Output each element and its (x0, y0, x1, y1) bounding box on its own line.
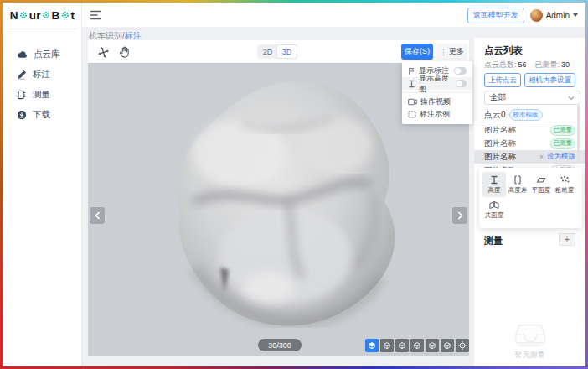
camera-intrinsics-button[interactable]: 相机内参设置 (524, 73, 575, 87)
chevron-right-icon (457, 211, 463, 220)
calibration-template-badge: 校准模版 (509, 109, 543, 121)
cube-icon (412, 340, 422, 351)
toggle-switch-off[interactable] (456, 80, 467, 87)
logo-text-part: B (52, 9, 60, 22)
back-to-model-dev-button[interactable]: 返回模型开发 (467, 8, 524, 23)
add-measure-button[interactable]: + (559, 233, 575, 246)
empty-inbox-icon (514, 321, 546, 348)
sidebar-item-measure[interactable]: 测量 (3, 85, 82, 105)
close-icon[interactable]: × (539, 153, 544, 161)
cube-icon (427, 340, 437, 351)
topbar-right: 返回模型开发 Admin (467, 3, 578, 28)
move-axes-icon (95, 44, 111, 60)
menu-item-operation-video[interactable]: 操作视频 (402, 96, 472, 108)
sidebar-item-download[interactable]: 下载 (3, 105, 82, 125)
view-back-button[interactable] (380, 339, 394, 352)
view-front-button[interactable] (365, 339, 379, 352)
stat-measured: 已测量:30 (535, 60, 570, 70)
toggle-switch-off[interactable] (454, 67, 467, 75)
measure-section-header: 测量 + (474, 232, 585, 249)
more-menu: 显示标注 显示高度图 操作视频 (402, 61, 472, 124)
scrollbar-thumb[interactable] (577, 105, 580, 164)
tool-coplanarity[interactable]: 共面度 (482, 197, 506, 222)
coplanarity-icon (489, 200, 499, 210)
height-difference-icon (513, 175, 522, 184)
pen-icon (17, 70, 27, 80)
menu-item-label: 显示高度图 (419, 73, 452, 95)
divider (8, 29, 76, 29)
pointcloud-name: 点云0 (484, 109, 506, 121)
view-right-button[interactable] (410, 339, 424, 352)
image-list-item-selected[interactable]: 图片名称 × 设为模版 (474, 150, 585, 164)
tool-roughness[interactable]: 粗糙度 (553, 172, 576, 197)
move-tool-button[interactable] (96, 45, 110, 59)
download-icon (17, 110, 27, 120)
tool-flatness[interactable]: 平面度 (529, 172, 553, 197)
logo: NurBt (3, 3, 82, 28)
menu-item-annotation-example[interactable]: 标注示例 (402, 108, 472, 121)
chevron-down-icon (573, 13, 578, 17)
prev-image-button[interactable] (90, 207, 105, 224)
tool-label: 高度 (488, 186, 501, 195)
video-icon (408, 98, 417, 106)
breadcrumb-current: 标注 (125, 31, 142, 40)
roughness-icon (560, 175, 570, 184)
tool-icons (96, 45, 131, 59)
breadcrumb-parent[interactable]: 机车识别 (89, 31, 122, 40)
pointcloud-panel: 点云列表 点云总数:56 已测量:30 上传点云 相机内参设置 全部 点云0 校… (474, 38, 585, 366)
image-list-item[interactable]: 图片名称 已测量 (474, 123, 585, 137)
save-button[interactable]: 保存(S) (401, 44, 433, 60)
cloud-icon (17, 50, 28, 59)
upload-pointcloud-button[interactable]: 上传点云 (484, 73, 521, 87)
example-frame-icon (408, 111, 416, 118)
set-as-template-action[interactable]: 设为模版 (547, 152, 575, 162)
view-left-button[interactable] (395, 339, 409, 352)
gear-icon (19, 11, 28, 19)
menu-item-show-heightmap[interactable]: 显示高度图 (402, 77, 472, 90)
divider (479, 122, 580, 122)
filter-select[interactable]: 全部 (484, 91, 580, 105)
filter-value: 全部 (490, 92, 506, 103)
tool-height[interactable]: 高度 (482, 172, 506, 197)
tool-label: 平面度 (532, 186, 551, 195)
pan-tool-button[interactable] (117, 45, 131, 59)
cube-icon (442, 340, 452, 351)
mode-2d-button[interactable]: 2D (258, 45, 277, 58)
user-menu[interactable]: Admin (530, 9, 578, 22)
panel-buttons: 上传点云 相机内参设置 (484, 73, 575, 87)
cube-icon (397, 340, 407, 351)
pointcloud-item[interactable]: 点云0 校准模版 (484, 109, 543, 121)
chevron-left-icon (95, 211, 101, 220)
view-top-button[interactable] (426, 339, 439, 352)
sidebar-nav: 点云库 标注 测量 (3, 44, 82, 125)
tool-label: 高度差 (508, 186, 528, 195)
topbar: 返回模型开发 Admin (82, 3, 585, 28)
more-button[interactable]: ⋮ 更多 (436, 44, 467, 60)
window-frame: NurBt 点云库 标注 (0, 0, 588, 369)
panel-stats: 点云总数:56 已测量:30 (484, 60, 570, 70)
image-list-item[interactable]: 图片名称 已测量 (474, 137, 585, 150)
logo-text-part: t (71, 9, 75, 22)
collapse-menu-icon[interactable] (90, 10, 101, 20)
sidebar-item-pointcloud-library[interactable]: 点云库 (3, 44, 82, 65)
next-image-button[interactable] (452, 207, 467, 224)
user-name: Admin (546, 11, 570, 20)
sidebar-item-annotate[interactable]: 标注 (3, 65, 82, 85)
mode-3d-button[interactable]: 3D (277, 45, 297, 58)
more-label: 更多 (449, 46, 464, 57)
avatar (530, 9, 543, 22)
tools-grid: 高度 高度差 平面度 (482, 172, 579, 222)
gear-icon (42, 11, 50, 19)
view-bottom-button[interactable] (441, 339, 454, 352)
chevron-down-icon (568, 96, 575, 101)
mode-toggle: 2D 3D (257, 44, 297, 59)
tool-label: 粗糙度 (555, 186, 575, 195)
height-icon (490, 175, 498, 184)
reset-view-button[interactable] (456, 339, 469, 352)
tool-height-difference[interactable]: 高度差 (506, 172, 529, 197)
cube-icon (382, 340, 392, 351)
gear-icon (61, 11, 70, 19)
sidebar-item-label: 下载 (33, 109, 50, 121)
canvas-card: 2D 3D 保存(S) ⋮ 更多 显示标注 (88, 40, 469, 356)
sidebar-item-label: 点云库 (34, 49, 60, 60)
